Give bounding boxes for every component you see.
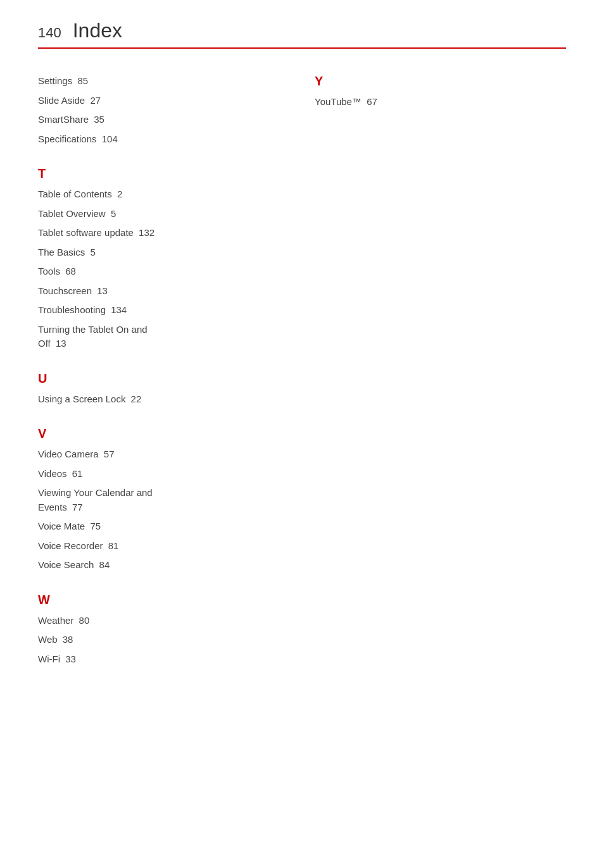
list-item: Slide Aside 27 xyxy=(38,94,277,108)
page-number: 140 xyxy=(38,25,61,41)
section-w: W Weather 80 Web 38 Wi-Fi 33 xyxy=(38,593,277,667)
list-item: Voice Search 84 xyxy=(38,558,277,573)
list-item: Tablet Overview 5 xyxy=(38,207,277,221)
list-item: Tools 68 xyxy=(38,264,277,279)
section-t: T Table of Contents 2 Tablet Overview 5 … xyxy=(38,166,277,351)
section-letter-v: V xyxy=(38,426,277,441)
list-item: Web 38 xyxy=(38,633,277,647)
list-item: Settings 85 xyxy=(38,74,277,89)
s-entries-section: Settings 85 Slide Aside 27 SmartShare 35… xyxy=(38,74,277,146)
list-item: Video Camera 57 xyxy=(38,447,277,462)
page-container: 140 Index Settings 85 Slide Aside 27 Sma… xyxy=(0,0,604,724)
list-item: YouTube™ 67 xyxy=(315,95,566,109)
section-v: V Video Camera 57 Videos 61 Viewing Your… xyxy=(38,426,277,573)
content-grid: Settings 85 Slide Aside 27 SmartShare 35… xyxy=(38,74,566,686)
list-item: Troubleshooting 134 xyxy=(38,303,277,318)
list-item: Touchscreen 13 xyxy=(38,284,277,299)
list-item: SmartShare 35 xyxy=(38,113,277,127)
section-y: Y YouTube™ 67 xyxy=(315,74,566,109)
list-item: Weather 80 xyxy=(38,614,277,628)
list-item: Voice Recorder 81 xyxy=(38,539,277,554)
section-u: U Using a Screen Lock 22 xyxy=(38,371,277,407)
page-header: 140 Index xyxy=(38,19,566,49)
list-item: Viewing Your Calendar andEvents 77 xyxy=(38,486,277,514)
section-letter-u: U xyxy=(38,371,277,386)
list-item: Videos 61 xyxy=(38,467,277,481)
list-item: Table of Contents 2 xyxy=(38,187,277,202)
left-column: Settings 85 Slide Aside 27 SmartShare 35… xyxy=(38,74,302,686)
section-letter-t: T xyxy=(38,166,277,181)
list-item: Voice Mate 75 xyxy=(38,519,277,534)
list-item: Using a Screen Lock 22 xyxy=(38,392,277,407)
page-title: Index xyxy=(73,19,122,42)
right-column: Y YouTube™ 67 xyxy=(302,74,566,686)
list-item: The Basics 5 xyxy=(38,245,277,260)
list-item: Wi-Fi 33 xyxy=(38,652,277,667)
section-letter-y: Y xyxy=(315,74,566,89)
list-item: Turning the Tablet On andOff 13 xyxy=(38,323,277,351)
section-letter-w: W xyxy=(38,593,277,607)
list-item: Specifications 104 xyxy=(38,132,277,147)
list-item: Tablet software update 132 xyxy=(38,226,277,240)
